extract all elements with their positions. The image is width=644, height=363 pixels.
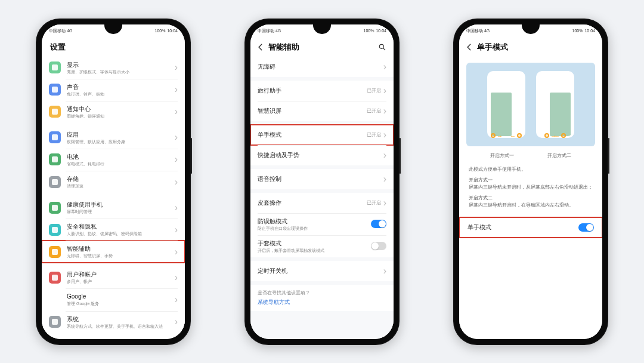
- row-text: 语音控制: [258, 175, 383, 183]
- chevron-right-icon: ›: [383, 61, 386, 72]
- status-right: 100% 10:04: [155, 29, 178, 33]
- row-text: 存储清理加速: [67, 175, 175, 189]
- related-link[interactable]: 是否在寻找其他设置项？系统导航方式: [250, 285, 394, 311]
- chevron-right-icon: ›: [383, 130, 386, 140]
- chevron-right-icon: ›: [175, 177, 178, 187]
- row-text: 皮套操作: [258, 199, 367, 207]
- illustration-captions: 开启方式一 开启方式二: [459, 150, 602, 164]
- row-icon: [49, 316, 61, 328]
- header-settings: 设置: [42, 38, 185, 57]
- row-text: 健康使用手机屏幕时间管理: [67, 201, 175, 214]
- row-icon: [49, 61, 61, 73]
- row-icon: [49, 272, 61, 284]
- phone-mockup-3: 中国移动 4G 100% 10:04 单手模式 → ← →: [453, 19, 608, 345]
- chevron-right-icon: ›: [175, 132, 178, 143]
- chevron-right-icon: ›: [175, 272, 178, 283]
- chevron-right-icon: ›: [383, 266, 386, 276]
- settings-row[interactable]: 健康使用手机屏幕时间管理›: [42, 196, 185, 219]
- row-text: 系统系统导航方式、软件更新、关于手机、语言和输入法: [67, 315, 175, 329]
- settings-row[interactable]: 显示亮度、护眼模式、字体与显示大小›: [42, 57, 185, 79]
- row-icon: [49, 131, 61, 143]
- assist-row[interactable]: 防误触模式防止手机在口袋出现误操作: [250, 213, 394, 235]
- settings-row[interactable]: 安全和隐私人脸识别、指纹、锁屏密码、密码保险箱›: [42, 219, 185, 241]
- row-icon: [49, 224, 61, 236]
- chevron-right-icon: ›: [175, 224, 178, 235]
- chevron-right-icon: ›: [175, 247, 178, 257]
- row-text: 定时开关机: [258, 267, 383, 275]
- svg-point-0: [379, 44, 383, 48]
- assist-row[interactable]: 智慧识屏已开启›: [250, 101, 394, 121]
- row-text: 旅行助手: [258, 87, 367, 94]
- settings-row[interactable]: 系统系统导航方式、软件更新、关于手机、语言和输入法›: [42, 311, 185, 333]
- page-title: 智能辅助: [268, 42, 378, 53]
- toggle[interactable]: [371, 220, 386, 228]
- row-text: 手套模式开启后，戴手套滑动屏幕触发该模式: [258, 239, 371, 253]
- assist-row[interactable]: 单手模式已开启›: [250, 125, 394, 145]
- settings-list[interactable]: 显示亮度、护眼模式、字体与显示大小›声音免打扰、铃声、振动›通知中心图标角标、锁…: [42, 57, 185, 339]
- row-icon: [49, 84, 61, 96]
- row-icon: [49, 176, 61, 188]
- smart-assist-list[interactable]: 无障碍›旅行助手已开启›智慧识屏已开启›单手模式已开启›快捷启动及手势›语音控制…: [250, 57, 394, 339]
- arrow-left-icon: [465, 43, 473, 51]
- settings-row[interactable]: 声音免打扰、铃声、振动›: [42, 79, 185, 101]
- row-text: 通知中心图标角标、锁屏通知: [67, 105, 175, 119]
- settings-row[interactable]: 用户和帐户多用户、帐户›: [42, 266, 185, 288]
- page-title: 单手模式: [477, 42, 596, 53]
- assist-row[interactable]: 语音控制›: [250, 169, 394, 189]
- chevron-right-icon: ›: [383, 174, 386, 184]
- chevron-right-icon: ›: [383, 85, 386, 96]
- assist-row[interactable]: 快捷启动及手势›: [250, 145, 394, 165]
- row-text: 应用权限管理、默认应用、应用分身: [67, 131, 175, 144]
- row-text: 防误触模式防止手机在口袋出现误操作: [258, 217, 371, 231]
- header-smart-assist: 智能辅助: [250, 38, 394, 57]
- screen-3: 中国移动 4G 100% 10:04 单手模式 → ← →: [459, 24, 602, 339]
- row-text: 快捷启动及手势: [258, 151, 383, 159]
- row-icon: [49, 153, 61, 165]
- status-left: 中国移动 4G: [466, 28, 490, 34]
- settings-row[interactable]: 通知中心图标角标、锁屏通知›: [42, 101, 185, 123]
- settings-row[interactable]: 存储清理加速›: [42, 171, 185, 193]
- assist-row[interactable]: 定时开关机›: [250, 261, 394, 281]
- arrow-left-icon: [256, 43, 265, 51]
- row-icon: [49, 294, 61, 306]
- status-right: 100% 10:04: [572, 29, 595, 33]
- chevron-right-icon: ›: [175, 202, 178, 213]
- settings-row[interactable]: 智能辅助无障碍、智慧识屏、手势›: [42, 241, 185, 263]
- toggle[interactable]: [371, 242, 386, 250]
- gesture-icon: ←: [510, 133, 522, 139]
- search-button[interactable]: [378, 43, 388, 51]
- phone-mockup-2: 中国移动 4G 100% 10:04 智能辅助 无障碍›旅行助手已开启›智慧识屏…: [244, 19, 400, 345]
- chevron-right-icon: ›: [175, 316, 178, 327]
- assist-row[interactable]: 皮套操作已开启›: [250, 193, 394, 213]
- assist-row[interactable]: 旅行助手已开启›: [250, 81, 394, 101]
- illustration-phone-2: → ←: [536, 71, 574, 138]
- phone-mockup-1: 中国移动 4G 100% 10:04 设置 显示亮度、护眼模式、字体与显示大小›…: [36, 19, 191, 345]
- one-hand-toggle[interactable]: [578, 223, 594, 232]
- row-status: 已开启: [367, 199, 381, 206]
- caption-1: 开启方式一: [473, 152, 531, 159]
- settings-row[interactable]: Google管理 Google 服务›: [42, 288, 185, 310]
- one-hand-content: → ← → ← 开启方式一 开启方式二 此模式方便单手使用手机。 开启方式一 屏…: [459, 57, 602, 339]
- row-text: 无障碍: [258, 63, 383, 70]
- gesture-icon: ←: [554, 133, 566, 139]
- toggle-label: 单手模式: [467, 223, 491, 232]
- assist-row[interactable]: 无障碍›: [250, 57, 394, 77]
- assist-row[interactable]: 手套模式开启后，戴手套滑动屏幕触发该模式: [250, 235, 394, 257]
- settings-row[interactable]: 应用权限管理、默认应用、应用分身›: [42, 127, 185, 149]
- status-left: 中国移动 4G: [49, 28, 72, 34]
- back-button[interactable]: [465, 43, 475, 51]
- settings-row[interactable]: 电池省电模式、耗电排行›: [42, 149, 185, 171]
- row-text: 单手模式: [258, 131, 367, 139]
- back-button[interactable]: [256, 43, 266, 51]
- row-text: 电池省电模式、耗电排行: [67, 153, 175, 167]
- row-text: 智慧识屏: [258, 107, 367, 115]
- page-title: 设置: [50, 42, 179, 53]
- one-hand-toggle-row[interactable]: 单手模式: [459, 217, 602, 238]
- illustration: → ← → ←: [466, 63, 595, 146]
- row-text: 安全和隐私人脸识别、指纹、锁屏密码、密码保险箱: [67, 223, 175, 236]
- row-text: 智能辅助无障碍、智慧识屏、手势: [67, 245, 175, 259]
- screen-1: 中国移动 4G 100% 10:04 设置 显示亮度、护眼模式、字体与显示大小›…: [42, 24, 185, 339]
- row-status: 已开启: [367, 87, 381, 94]
- row-text: 显示亮度、护眼模式、字体与显示大小: [67, 61, 175, 75]
- chevron-right-icon: ›: [383, 106, 386, 116]
